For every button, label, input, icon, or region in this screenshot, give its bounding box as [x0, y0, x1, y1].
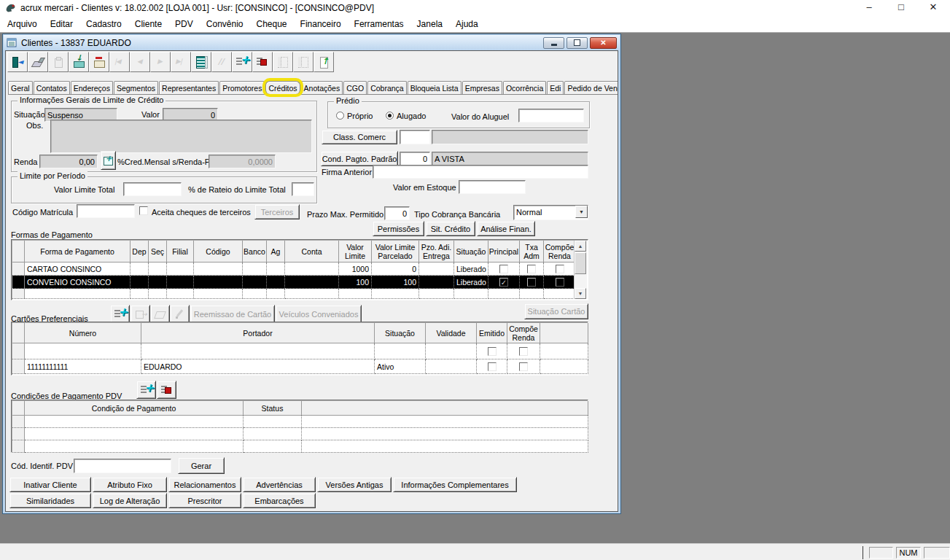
radio-proprio[interactable]: [336, 112, 344, 120]
fp-row1-compoe-checkbox[interactable]: [556, 265, 564, 273]
fp-row1-forma[interactable]: CARTAO CONSINCO: [25, 262, 131, 276]
window-close-button[interactable]: ✕: [590, 37, 617, 49]
window-titlebar[interactable]: Clientes - 13837 EDUARDO ✕: [4, 35, 620, 50]
ct-row1-compoe-checkbox[interactable]: [519, 347, 528, 356]
menu-editar[interactable]: Editar: [44, 19, 79, 29]
tab-promotores[interactable]: Promotores: [219, 81, 265, 94]
tab-ocorrencia[interactable]: Ocorrência: [503, 81, 546, 94]
firma-anterior-field[interactable]: [373, 165, 588, 179]
toolbar-save-button[interactable]: [69, 52, 89, 72]
tab-segmentos[interactable]: Segmentos: [114, 81, 158, 94]
ct-row1-numero[interactable]: [25, 343, 141, 359]
radio-alugado-label[interactable]: Alugado: [397, 112, 426, 120]
fp-row2-txa-checkbox[interactable]: [527, 278, 536, 287]
window-minimize-button[interactable]: [543, 37, 564, 49]
sit-credito-button[interactable]: Sit. Crédito: [426, 221, 475, 236]
similaridades-button[interactable]: Similaridades: [9, 493, 91, 508]
valor-estoque-field[interactable]: [459, 180, 526, 194]
ct-row1-portador[interactable]: [141, 343, 375, 359]
atributo-fixo-button[interactable]: Atributo Fixo: [93, 477, 167, 492]
fp-row2-compoe-checkbox[interactable]: [556, 278, 564, 287]
app-titlebar[interactable]: acrux mercari - Clientes v: 18.02.002 [L…: [0, 0, 950, 16]
menu-ferramentas[interactable]: Ferramentas: [348, 19, 410, 29]
radio-proprio-label[interactable]: Próprio: [347, 112, 373, 120]
recalc-renda-button[interactable]: [101, 151, 116, 170]
menu-cliente[interactable]: Cliente: [128, 19, 168, 29]
fp-row2-valor-parcelado[interactable]: 100: [372, 276, 419, 289]
versoes-antigas-button[interactable]: Versões Antigas: [317, 477, 392, 492]
ct-row2-validade[interactable]: [426, 359, 477, 374]
tab-representantes[interactable]: Representantes: [159, 81, 219, 94]
cond-pdv-insert-button[interactable]: [136, 381, 156, 399]
menu-ajuda[interactable]: Ajuda: [449, 19, 485, 29]
scrollbar-thumb[interactable]: [575, 252, 586, 274]
toolbar-erase-button[interactable]: [28, 52, 48, 72]
relacionamentos-button[interactable]: Relacionamentos: [168, 477, 241, 492]
ct-row1-situacao[interactable]: [375, 343, 426, 359]
fp-row2-principal-checkbox[interactable]: ✓: [499, 278, 508, 287]
prescritor-button[interactable]: Prescritor: [168, 493, 241, 508]
ct-row1-emitido-checkbox[interactable]: [488, 347, 497, 356]
fp-vertical-scrollbar[interactable]: ▲ ▼: [574, 241, 587, 299]
gerar-button[interactable]: Gerar: [178, 457, 225, 474]
analise-finan-button[interactable]: Análise Finan.: [477, 221, 535, 236]
log-de-alteracao-button[interactable]: Log de Alteração: [93, 493, 167, 508]
inativar-cliente-button[interactable]: Inativar Cliente: [9, 477, 91, 492]
fp-row2-situacao[interactable]: Liberado: [454, 276, 488, 289]
tab-cobranca[interactable]: Cobrança: [367, 81, 407, 94]
prazo-max-field[interactable]: [384, 206, 410, 220]
toolbar-delete-record-button[interactable]: [252, 52, 273, 72]
tab-bloqueia-lista[interactable]: Bloqueia Lista: [408, 81, 462, 94]
valor-limite-total-field[interactable]: [123, 182, 182, 196]
embarcacoes-button[interactable]: Embarcações: [243, 493, 316, 508]
codigo-matricula-field[interactable]: [77, 204, 135, 218]
tipo-cobranca-combo[interactable]: Normal ▼: [513, 205, 588, 220]
cond-pdv-delete-button[interactable]: [157, 381, 176, 399]
class-comerc-code-field[interactable]: [400, 130, 430, 144]
toolbar-export-button[interactable]: [314, 52, 334, 72]
tab-cgo[interactable]: CGO: [343, 81, 367, 94]
toolbar-browse-grid-button[interactable]: [191, 52, 211, 72]
app-maximize-button[interactable]: □: [887, 0, 916, 16]
tab-geral[interactable]: Geral: [8, 81, 33, 94]
menu-cheque[interactable]: Cheque: [250, 19, 294, 29]
window-restore-button[interactable]: [567, 37, 588, 49]
scroll-up-icon[interactable]: ▲: [575, 241, 586, 252]
menu-financeiro[interactable]: Financeiro: [294, 19, 348, 29]
fp-row1-valor-limite[interactable]: 1000: [339, 262, 372, 276]
fp-row2-valor-limite[interactable]: 100: [339, 276, 372, 289]
ct-row2-situacao[interactable]: Ativo: [375, 359, 426, 374]
fp-row1-situacao[interactable]: Liberado: [454, 262, 488, 276]
menu-cadastro[interactable]: Cadastro: [79, 19, 128, 29]
radio-alugado[interactable]: [386, 112, 394, 120]
ct-row2-portador[interactable]: EDUARDO: [141, 359, 375, 374]
tab-contatos[interactable]: Contatos: [34, 81, 70, 94]
tab-anotacoes[interactable]: Anotações: [301, 81, 343, 94]
cod-identif-pdv-field[interactable]: [74, 459, 171, 473]
valor-aluguel-field[interactable]: [518, 109, 584, 122]
toolbar-open-folder-button[interactable]: [89, 52, 109, 72]
tab-edi[interactable]: Edi: [547, 81, 564, 94]
advertencias-button[interactable]: Advertências: [243, 477, 316, 492]
menu-arquivo[interactable]: Arquivo: [1, 19, 44, 29]
app-minimize-button[interactable]: –: [854, 0, 884, 16]
rateio-field[interactable]: [292, 182, 314, 196]
menu-pdv[interactable]: PDV: [168, 19, 200, 29]
fp-row2-indicator[interactable]: [12, 276, 25, 289]
tab-enderecos[interactable]: Endereços: [71, 81, 113, 94]
fp-row1-txa-checkbox[interactable]: [527, 265, 536, 273]
class-comerc-button[interactable]: Class. Comerc: [322, 130, 397, 144]
menu-janela[interactable]: Janela: [410, 19, 449, 29]
fp-row1-valor-parcelado[interactable]: 0: [372, 262, 419, 276]
ct-row2-emitido-checkbox[interactable]: [488, 362, 497, 371]
permissoes-button[interactable]: Permissões: [373, 221, 424, 236]
app-close-button[interactable]: ✕: [919, 0, 948, 16]
combo-dropdown-button[interactable]: ▼: [575, 206, 588, 218]
fp-row1-indicator[interactable]: [12, 262, 25, 276]
aceita-cheques-label[interactable]: Aceita cheques de terceiros: [152, 208, 251, 217]
fp-row1-principal-checkbox[interactable]: [499, 265, 508, 273]
ct-row2-compoe-checkbox[interactable]: [519, 362, 528, 371]
ct-row2-numero[interactable]: 11111111111: [25, 359, 141, 374]
tab-creditos[interactable]: Créditos: [265, 81, 300, 94]
tab-empresas[interactable]: Empresas: [462, 81, 502, 94]
